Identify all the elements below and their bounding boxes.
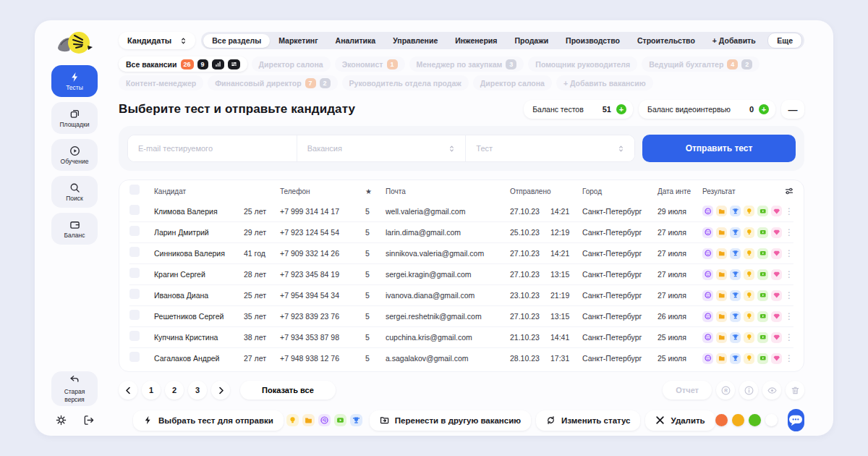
sidebar-item-tests[interactable]: Тесты xyxy=(51,65,98,97)
trophy-icon[interactable] xyxy=(730,332,741,343)
trophy-icon[interactable] xyxy=(730,227,741,238)
row-checkbox[interactable] xyxy=(129,289,140,299)
tab-more[interactable]: Еще xyxy=(767,33,802,48)
video-icon[interactable] xyxy=(757,248,768,259)
iq-icon[interactable]: IQ xyxy=(318,414,331,426)
bulb-icon[interactable] xyxy=(744,269,754,280)
vacancy-chip[interactable]: Экономист1 xyxy=(335,56,405,72)
vacancy-chip[interactable]: Помощник руководителя xyxy=(528,56,637,72)
status-dot-3[interactable] xyxy=(765,414,778,426)
trophy-icon[interactable] xyxy=(730,290,741,301)
video-icon[interactable] xyxy=(757,269,768,280)
folder-icon[interactable] xyxy=(716,332,727,343)
bulb-icon[interactable] xyxy=(286,414,299,426)
change-status-button[interactable]: Изменить статус xyxy=(536,410,640,431)
smiley-icon[interactable] xyxy=(702,269,713,280)
gem-icon[interactable] xyxy=(771,206,782,216)
bulb-icon[interactable] xyxy=(744,206,754,216)
page-button-3[interactable]: 3 xyxy=(188,381,207,400)
collapse-button[interactable]: — xyxy=(781,100,804,119)
smiley-icon[interactable] xyxy=(702,290,713,301)
video-icon[interactable] xyxy=(757,290,768,301)
gem-icon[interactable] xyxy=(771,332,782,343)
bulb-icon[interactable] xyxy=(744,248,754,259)
trophy-icon[interactable] xyxy=(730,206,741,216)
tab-8[interactable]: + Добавить xyxy=(704,34,765,48)
topup-button[interactable]: + xyxy=(759,104,769,114)
trash-button[interactable] xyxy=(786,381,804,400)
vacancy-chip[interactable]: Ведущий бухгалтер42 xyxy=(642,56,760,72)
report-button[interactable]: Отчет xyxy=(663,381,712,400)
entity-select[interactable]: Кандидаты xyxy=(119,32,195,49)
bulb-icon[interactable] xyxy=(744,332,754,343)
select-all-checkbox[interactable] xyxy=(129,185,140,195)
gem-icon[interactable] xyxy=(771,227,782,238)
vacancy-chip[interactable]: Финансовый директор72 xyxy=(208,75,337,90)
vacancy-chip[interactable]: + Добавить вакансию xyxy=(556,75,653,90)
show-all-button[interactable]: Показать все xyxy=(240,381,336,400)
vacancy-chip[interactable]: Директор салона xyxy=(473,75,552,90)
folder-icon[interactable] xyxy=(716,227,727,238)
delete-button[interactable]: Удалить xyxy=(645,410,715,431)
folder-icon[interactable] xyxy=(302,414,315,426)
tab-5[interactable]: Продажи xyxy=(506,34,557,48)
folder-icon[interactable] xyxy=(716,353,727,364)
smiley-icon[interactable] xyxy=(702,353,713,364)
trophy-icon[interactable] xyxy=(730,248,741,259)
row-checkbox[interactable] xyxy=(129,226,140,236)
row-checkbox[interactable] xyxy=(129,205,140,215)
smiley-icon[interactable] xyxy=(702,332,713,343)
row-checkbox[interactable] xyxy=(129,310,140,320)
row-menu-button[interactable]: ⋮ xyxy=(782,312,793,321)
chat-button[interactable] xyxy=(788,409,804,431)
bulb-icon[interactable] xyxy=(744,290,754,301)
sidebar-item-balance[interactable]: Баланс xyxy=(51,213,98,245)
vacancy-chip[interactable]: Руководитель отдела продаж xyxy=(342,75,469,90)
select-test-button[interactable]: Выбрать тест для отправки xyxy=(133,410,284,431)
r-circle-button[interactable]: R xyxy=(716,381,735,400)
video-icon[interactable] xyxy=(757,332,768,343)
row-menu-button[interactable]: ⋮ xyxy=(782,333,793,342)
test-select[interactable]: Тест xyxy=(466,135,634,161)
tab-1[interactable]: Маркетинг xyxy=(270,34,326,48)
video-icon[interactable] xyxy=(757,353,768,364)
columns-filter-icon[interactable] xyxy=(782,187,793,195)
prev-page-button[interactable] xyxy=(119,381,137,400)
status-dot-2[interactable] xyxy=(749,414,761,426)
old-version-button[interactable]: Старая версия xyxy=(51,371,98,406)
settings-button[interactable] xyxy=(52,413,69,427)
vacancy-chip[interactable]: Все вакансии269 xyxy=(119,56,247,72)
folder-icon[interactable] xyxy=(716,248,727,259)
row-checkbox[interactable] xyxy=(129,268,140,278)
bulb-icon[interactable] xyxy=(744,353,754,364)
tab-4[interactable]: Инженерия xyxy=(446,34,506,48)
next-page-button[interactable] xyxy=(211,381,230,400)
smiley-icon[interactable] xyxy=(702,227,713,238)
row-checkbox[interactable] xyxy=(129,352,140,362)
page-button-2[interactable]: 2 xyxy=(165,381,184,400)
row-checkbox[interactable] xyxy=(129,247,140,257)
gem-icon[interactable] xyxy=(771,353,782,364)
sidebar-item-platforms[interactable]: Площадки xyxy=(51,102,98,134)
gem-icon[interactable] xyxy=(771,248,782,259)
tab-0[interactable]: Все разделы xyxy=(203,34,270,48)
status-dot-1[interactable] xyxy=(732,414,744,426)
sidebar-item-search[interactable]: Поиск xyxy=(51,176,98,208)
folder-icon[interactable] xyxy=(716,269,727,280)
gem-icon[interactable] xyxy=(771,290,782,301)
vacancy-chip[interactable]: Директор салона xyxy=(252,56,331,72)
row-menu-button[interactable]: ⋮ xyxy=(782,249,793,258)
sidebar-item-learning[interactable]: Обучение xyxy=(51,139,98,171)
email-input[interactable] xyxy=(128,135,297,161)
folder-icon[interactable] xyxy=(716,311,727,322)
tab-3[interactable]: Управление xyxy=(384,34,446,48)
tab-7[interactable]: Строительство xyxy=(629,34,704,48)
video-icon[interactable] xyxy=(757,227,768,238)
bulb-icon[interactable] xyxy=(744,227,754,238)
smiley-icon[interactable] xyxy=(702,311,713,322)
info-button[interactable] xyxy=(739,381,758,400)
page-button-1[interactable]: 1 xyxy=(142,381,161,400)
smiley-icon[interactable] xyxy=(702,206,713,216)
row-menu-button[interactable]: ⋮ xyxy=(782,291,793,300)
row-menu-button[interactable]: ⋮ xyxy=(782,354,793,363)
